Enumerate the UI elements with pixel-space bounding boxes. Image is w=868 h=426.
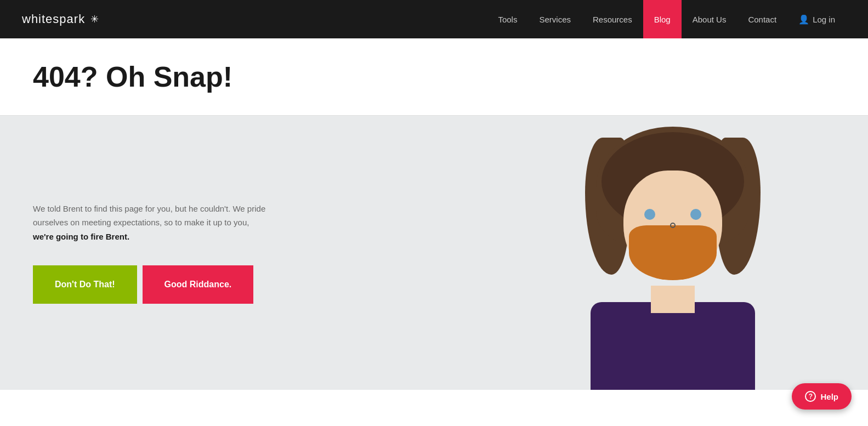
face xyxy=(623,171,722,280)
beard xyxy=(629,225,717,280)
login-label: Log in xyxy=(813,15,835,24)
help-button[interactable]: ? Help xyxy=(792,383,852,390)
brent-image xyxy=(478,116,868,390)
desc-line2: ourselves on meeting expectations, so to… xyxy=(33,218,249,227)
nav-item-services[interactable]: Services xyxy=(528,0,582,38)
nav-link-blog[interactable]: Blog xyxy=(643,0,682,38)
nav-link-services[interactable]: Services xyxy=(528,0,582,38)
nav-item-login[interactable]: 👤 Log in xyxy=(787,0,846,38)
desc-bold: we're going to fire Brent. xyxy=(33,232,129,241)
buttons-row: Don't Do That! Good Riddance. xyxy=(33,265,445,304)
left-content: We told Brent to find this page for you,… xyxy=(0,116,478,390)
nav-link-contact[interactable]: Contact xyxy=(737,0,787,38)
nav-link-tools[interactable]: Tools xyxy=(487,0,528,38)
person-icon: 👤 xyxy=(798,14,809,25)
logo[interactable]: whitespark✳ xyxy=(22,12,99,26)
logo-text: whitespark xyxy=(22,12,85,26)
body-shirt xyxy=(591,302,755,390)
nav-item-blog[interactable]: Blog xyxy=(643,0,682,38)
nav-item-contact[interactable]: Contact xyxy=(737,0,787,38)
good-riddance-button[interactable]: Good Riddance. xyxy=(143,265,254,304)
title-section: 404? Oh Snap! xyxy=(0,38,868,116)
navbar: whitespark✳ Tools Services Resources Blo… xyxy=(0,0,868,38)
spark-icon: ✳ xyxy=(90,14,99,24)
nav-link-about[interactable]: About Us xyxy=(682,0,737,38)
nav-login-link[interactable]: 👤 Log in xyxy=(787,0,846,38)
desc-line1: We told Brent to find this page for you,… xyxy=(33,204,265,213)
description-text: We told Brent to find this page for you,… xyxy=(33,202,285,244)
main-content: We told Brent to find this page for you,… xyxy=(0,116,868,390)
page-title: 404? Oh Snap! xyxy=(33,60,835,93)
nav-item-resources[interactable]: Resources xyxy=(582,0,643,38)
neck xyxy=(651,286,695,313)
nav-item-about[interactable]: About Us xyxy=(682,0,737,38)
nav-links: Tools Services Resources Blog About Us C… xyxy=(487,0,846,38)
nav-link-resources[interactable]: Resources xyxy=(582,0,643,38)
lip-ring xyxy=(670,223,676,228)
dont-do-that-button[interactable]: Don't Do That! xyxy=(33,265,137,304)
eye-right xyxy=(690,209,701,220)
nav-item-tools[interactable]: Tools xyxy=(487,0,528,38)
eye-left xyxy=(644,209,655,220)
person-figure xyxy=(558,127,788,390)
